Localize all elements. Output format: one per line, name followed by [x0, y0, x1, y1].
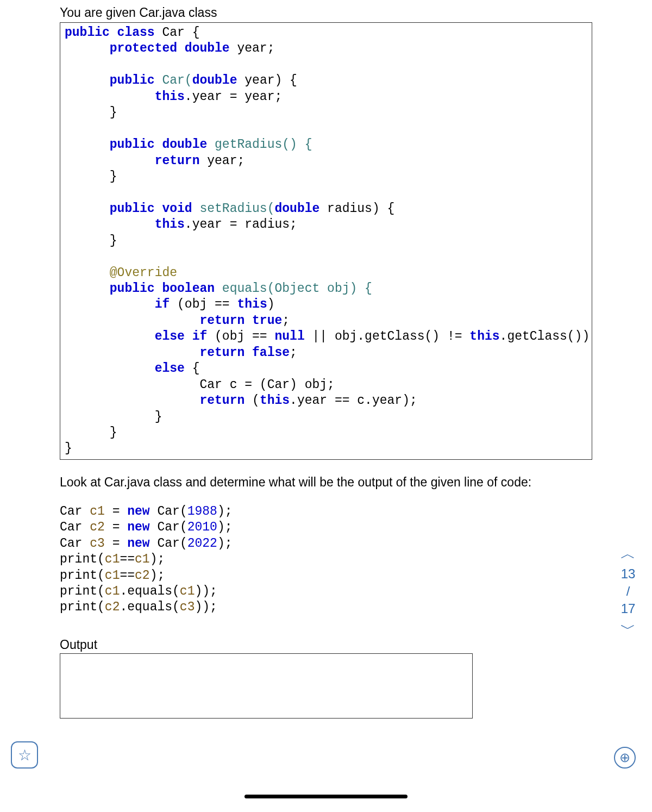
code-token: .equals( [120, 584, 179, 598]
code-token: c1 [105, 552, 120, 566]
code-token: Car c = (Car) obj; [65, 378, 335, 392]
code-token: Car( [155, 73, 192, 88]
question-text: Look at Car.java class and determine wha… [60, 475, 592, 490]
code-token: 2022 [187, 536, 217, 551]
code-token: public [65, 73, 155, 88]
code-token: this [65, 90, 185, 104]
next-page-button[interactable]: ﹀ [620, 619, 636, 639]
code-token: .year = year; [185, 90, 282, 104]
current-page: 13 [621, 566, 636, 582]
code-token: getRadius() { [207, 138, 312, 152]
code-token: if [65, 297, 170, 311]
code-token: return [65, 393, 244, 408]
code-token: c3 [180, 600, 195, 614]
code-token: 2010 [187, 520, 217, 534]
code-token: == [120, 569, 135, 583]
code-token: print( [60, 584, 105, 598]
code-token: print( [60, 569, 105, 583]
code-token: @Override [65, 266, 177, 280]
code-box-car-java: public class Car { protected double year… [60, 22, 592, 460]
code-token: c2 [135, 569, 150, 583]
code-token: Car [60, 536, 90, 551]
code-token: } [65, 170, 117, 184]
code-token: new [127, 536, 149, 551]
code-token: .equals( [120, 600, 179, 614]
code-token: return true [65, 314, 282, 328]
code-token: Car [60, 504, 90, 519]
code-token: new [127, 504, 149, 519]
code-token: this [260, 393, 290, 408]
code-token: .year == c.year); [290, 393, 417, 408]
code-token: Car( [150, 536, 187, 551]
code-token: } [65, 410, 162, 424]
code-token: else if [65, 329, 207, 343]
code-token: c1 [105, 584, 120, 598]
code-token: ); [150, 552, 165, 566]
code-token: else [65, 361, 185, 376]
code-token: year) { [237, 73, 297, 88]
code-token: )); [195, 600, 217, 614]
code-token: c2 [90, 520, 105, 534]
code-token: .year = radius; [185, 217, 297, 232]
code-token: } [65, 426, 117, 440]
code-token: return false [65, 346, 290, 360]
code-token: setRadius( [192, 202, 275, 216]
page-separator: / [626, 584, 630, 599]
code-token: ); [217, 520, 233, 534]
code-token: (obj == [207, 329, 274, 343]
zoom-in-button[interactable]: ⊕ [614, 747, 636, 769]
code-token: Car( [150, 504, 187, 519]
code-usage: Car c1 = new Car(1988); Car c2 = new Car… [60, 504, 592, 616]
code-token: public boolean [65, 282, 215, 296]
code-token: { [185, 361, 200, 376]
code-token: )); [195, 584, 217, 598]
code-token: print( [60, 600, 105, 614]
code-token: c1 [135, 552, 150, 566]
code-token: (obj == [170, 297, 237, 311]
code-token: ) [267, 297, 275, 311]
code-token: year; [199, 154, 244, 168]
code-token: double [192, 73, 237, 88]
code-token: .getClass()) [500, 329, 590, 343]
code-token: ); [150, 569, 165, 583]
code-token: Car( [150, 520, 187, 534]
code-token: ; [290, 346, 297, 360]
code-token: public void [65, 202, 192, 216]
bookmark-button[interactable]: ☆ [11, 741, 38, 769]
code-token: this [469, 329, 499, 343]
code-token: this [237, 297, 267, 311]
code-token: = [105, 504, 127, 519]
page-navigator: ︿ 13 / 17 ﹀ [620, 544, 636, 639]
code-token: radius) { [319, 202, 394, 216]
star-icon: ☆ [18, 746, 32, 764]
code-token: Car { [155, 26, 200, 40]
code-token: } [65, 441, 72, 455]
code-token: double [274, 202, 319, 216]
code-token: ( [244, 393, 260, 408]
code-token: = [105, 536, 127, 551]
code-token: c1 [90, 504, 105, 519]
intro-text: You are given Car.java class [60, 5, 592, 20]
code-token: protected double [65, 41, 230, 55]
code-token: 1988 [187, 504, 217, 519]
code-token: == [120, 552, 135, 566]
total-pages: 17 [621, 601, 636, 616]
prev-page-button[interactable]: ︿ [620, 544, 636, 564]
code-token: ); [217, 504, 233, 519]
home-indicator [244, 795, 408, 798]
output-label: Output [60, 638, 592, 652]
code-token: year; [230, 41, 275, 55]
code-token: null [274, 329, 304, 343]
code-token: ; [282, 314, 290, 328]
output-input-box[interactable] [60, 653, 473, 719]
code-token: return [65, 154, 199, 168]
zoom-in-icon: ⊕ [619, 750, 630, 765]
code-token: } [65, 105, 117, 120]
code-token: } [65, 234, 117, 248]
code-token: || obj.getClass() != [305, 329, 470, 343]
code-token: c1 [180, 584, 195, 598]
code-token: public double [65, 138, 207, 152]
code-token: = [105, 520, 127, 534]
code-token: equals(Object obj) { [215, 282, 372, 296]
code-token: c2 [105, 600, 120, 614]
